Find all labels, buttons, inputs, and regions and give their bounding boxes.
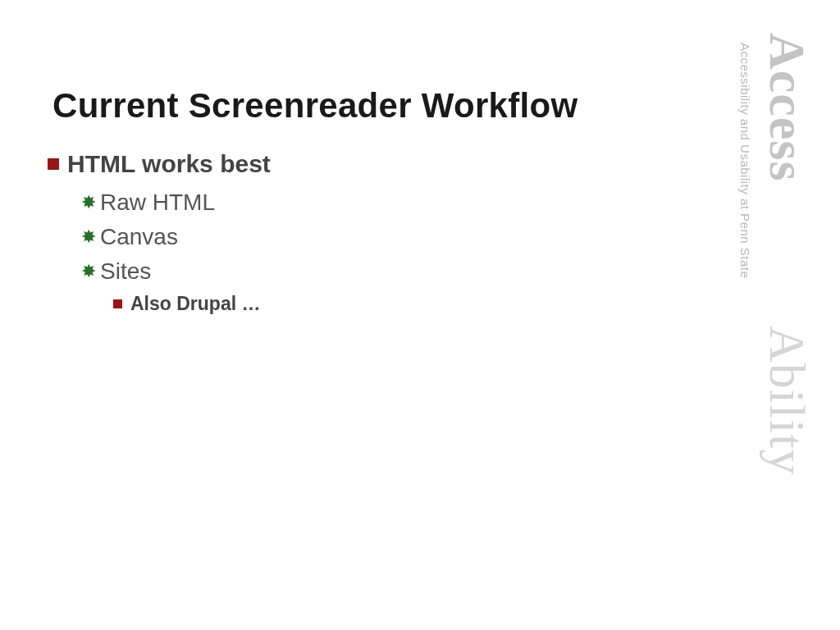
bullet-level-2: ✸ Canvas	[79, 224, 840, 250]
bullet-text: Also Drupal …	[130, 293, 260, 315]
bullet-text: HTML works best	[67, 150, 271, 178]
bullet-text: Canvas	[100, 224, 178, 250]
bullet-text: Sites	[100, 258, 151, 285]
square-bullet-icon	[113, 299, 122, 308]
square-bullet-icon	[48, 158, 59, 170]
slide-title: Current Screenreader Workflow	[52, 86, 840, 126]
star-bullet-icon: ✸	[79, 262, 98, 281]
star-bullet-icon: ✸	[79, 194, 98, 212]
sidebar-logo-word-2: Ability	[758, 326, 816, 476]
bullet-level-3: Also Drupal …	[113, 293, 840, 315]
bullet-text: Raw HTML	[100, 189, 215, 216]
slide: Current Screenreader Workflow HTML works…	[0, 0, 840, 630]
bullet-level-1: HTML works best	[48, 150, 840, 178]
bullet-list: HTML works best ✸ Raw HTML ✸ Canvas ✸ Si…	[48, 150, 840, 315]
star-bullet-icon: ✸	[79, 228, 98, 246]
bullet-level-2: ✸ Sites	[79, 258, 840, 285]
bullet-level-2: ✸ Raw HTML	[79, 189, 840, 216]
